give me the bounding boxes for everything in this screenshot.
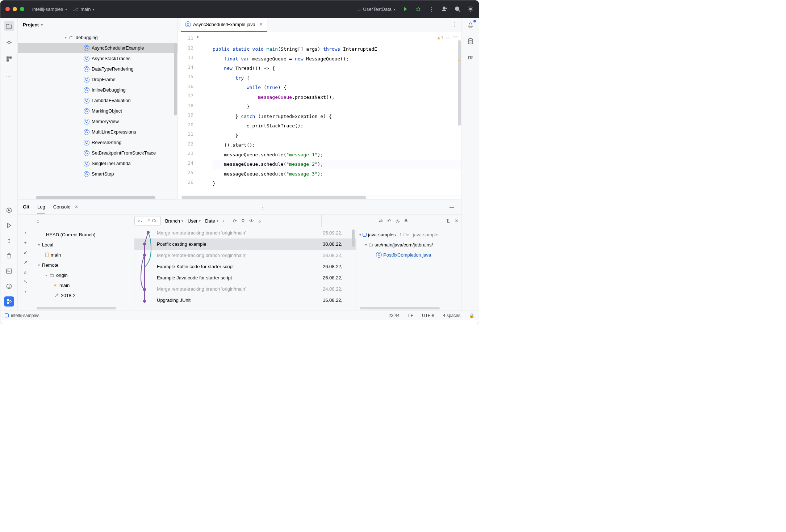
commit-row[interactable]: Example Kotlin code for starter script26…: [134, 261, 356, 272]
branch-item[interactable]: ★main: [33, 280, 134, 290]
close-window-button[interactable]: [5, 7, 10, 11]
regex-toggle[interactable]: .*: [147, 218, 150, 223]
nav-back-button[interactable]: ‹: [25, 230, 26, 236]
tree-file[interactable]: CAsyncStackTraces: [18, 53, 177, 64]
date-filter[interactable]: Date▾: [205, 218, 218, 224]
services-tool-button[interactable]: [4, 205, 14, 215]
branch-list[interactable]: HEAD (Current Branch) ▾Local main ▾Remot…: [33, 227, 134, 310]
find-button[interactable]: ⌕: [258, 218, 261, 224]
commit-row[interactable]: Upgrading JUnit16.08.22,: [134, 295, 356, 306]
head-branch-row[interactable]: HEAD (Current Branch): [33, 229, 134, 240]
run-button[interactable]: [402, 6, 409, 12]
minimize-panel-button[interactable]: —: [447, 204, 456, 210]
scrollbar-horizontal[interactable]: [33, 307, 134, 310]
remote-branches-group[interactable]: ▾Remote: [33, 260, 134, 270]
go-to-hash-button[interactable]: ⇄: [379, 218, 383, 224]
new-branch-button[interactable]: +: [24, 240, 27, 245]
delete-button[interactable]: [4, 251, 14, 261]
local-branches-group[interactable]: ▾Local: [33, 240, 134, 250]
gutter[interactable]: ▶ 11121314151617181920212223242526: [178, 32, 200, 195]
search-everywhere-button[interactable]: [454, 6, 461, 12]
user-filter[interactable]: User▾: [188, 218, 201, 224]
warning-stripe-mark[interactable]: [458, 60, 460, 61]
show-diff-button[interactable]: 👁: [404, 218, 409, 224]
branch-filter[interactable]: Branch▾: [165, 218, 183, 224]
undo-button[interactable]: ↶: [387, 218, 391, 224]
cherry-pick-button[interactable]: ⚲: [241, 218, 245, 224]
tree-file[interactable]: CSetBreakpointFromStackTrace: [18, 148, 177, 158]
minimize-window-button[interactable]: [13, 7, 17, 11]
tree-file[interactable]: CLambdaEvaluation: [18, 95, 177, 106]
inspection-widget[interactable]: ▲1 ︿ ﹀: [438, 34, 458, 41]
build-tool-button[interactable]: [4, 236, 14, 246]
status-project-name[interactable]: intellij-samples: [11, 313, 39, 318]
scrollbar-vertical[interactable]: [458, 40, 461, 126]
close-tab-icon[interactable]: ✕: [75, 204, 78, 210]
commit-row[interactable]: Example Java code for starter script26.0…: [134, 272, 356, 283]
run-tool-button[interactable]: [4, 220, 14, 231]
tree-file[interactable]: CMarkingObject: [18, 106, 177, 116]
match-case-toggle[interactable]: Cc: [152, 218, 158, 223]
tree-file[interactable]: CSmartStep: [18, 169, 177, 179]
search-branch-button[interactable]: ⌕: [24, 269, 27, 275]
nav-forward-button[interactable]: ›: [25, 289, 26, 294]
panel-options-button[interactable]: ⋮: [258, 204, 267, 210]
changed-file-item[interactable]: C PostfixCompletion.java: [356, 250, 461, 260]
more-filters-button[interactable]: ›: [223, 218, 224, 224]
tree-file[interactable]: CMemoryView: [18, 116, 177, 127]
tree-file[interactable]: CReverseString: [18, 137, 177, 148]
debug-button[interactable]: [415, 6, 422, 12]
file-tree-path[interactable]: ▾ 🗀 src/main/java/com/jetbrains/: [356, 240, 461, 250]
settings-button[interactable]: [467, 6, 474, 12]
origin-group[interactable]: ▾🗀origin: [33, 270, 134, 280]
run-line-icon[interactable]: ▶: [197, 34, 199, 39]
maximize-window-button[interactable]: [20, 7, 24, 11]
tree-file[interactable]: CInlineDebugging: [18, 85, 177, 95]
update-button[interactable]: ↙: [24, 250, 28, 255]
status-position[interactable]: 23:44: [389, 313, 400, 318]
tree-file[interactable]: CDataTypeRendering: [18, 64, 177, 74]
push-button[interactable]: ↗: [24, 259, 28, 265]
terminal-tool-button[interactable]: [4, 266, 14, 276]
code-area[interactable]: public static void main(String[] args) t…: [200, 32, 461, 195]
log-filter-input[interactable]: ⌕▾ .* Cc: [134, 216, 161, 225]
close-diff-button[interactable]: ✕: [455, 218, 459, 224]
project-tool-button[interactable]: [4, 21, 14, 31]
scrollbar-horizontal[interactable]: [18, 196, 177, 199]
tree-file[interactable]: CDropFrame: [18, 74, 177, 85]
tree-file[interactable]: CAsyncSchedulerExample: [18, 43, 177, 53]
prev-highlight-button[interactable]: ︿: [446, 34, 451, 41]
scrollbar-vertical[interactable]: [174, 43, 177, 115]
project-selector[interactable]: intellij-samples ▾: [32, 7, 67, 12]
tab-log[interactable]: Log: [37, 200, 45, 214]
compare-button[interactable]: ⤡: [24, 279, 28, 284]
log-search-input[interactable]: [39, 218, 131, 224]
structure-tool-button[interactable]: [4, 54, 14, 64]
tab-console[interactable]: Console: [53, 200, 71, 214]
branch-item[interactable]: ⎇2018-2: [33, 290, 134, 300]
project-tree[interactable]: ▾ 🗀 debugging CAsyncSchedulerExampleCAsy…: [18, 32, 177, 196]
expand-collapse-button[interactable]: ⇅: [446, 218, 450, 224]
commit-row[interactable]: Merge remote-tracking branch 'origin/mai…: [134, 283, 356, 295]
tree-folder[interactable]: ▾ 🗀 debugging: [18, 32, 177, 43]
refresh-button[interactable]: ⟳: [233, 218, 237, 224]
status-encoding[interactable]: UTF-8: [422, 313, 434, 318]
database-tool-button[interactable]: [466, 37, 475, 46]
editor-tab[interactable]: C AsyncSchedulerExample.java ✕: [181, 18, 267, 32]
next-highlight-button[interactable]: ﹀: [453, 34, 458, 41]
branch-item[interactable]: main: [33, 250, 134, 260]
scrollbar-horizontal[interactable]: [356, 307, 461, 310]
notifications-button[interactable]: [466, 21, 475, 30]
scrollbar-vertical[interactable]: [352, 229, 355, 247]
tab-git[interactable]: Git: [23, 200, 29, 214]
code-editor[interactable]: ▶ 11121314151617181920212223242526 publi…: [178, 32, 461, 195]
status-indent[interactable]: 4 spaces: [443, 313, 460, 318]
commit-list[interactable]: Merge remote-tracking branch 'origin/mai…: [134, 227, 356, 310]
tree-file[interactable]: CMultiLineExpressions: [18, 127, 177, 137]
vcs-branch-selector[interactable]: ⎇ main ▾: [73, 7, 95, 12]
scrollbar-horizontal[interactable]: [178, 195, 461, 199]
commit-tool-button[interactable]: [4, 37, 14, 47]
preview-button[interactable]: 👁: [249, 218, 254, 224]
file-tree-root[interactable]: ▾ java-samples 1 file java-sample: [356, 229, 461, 240]
tab-menu-button[interactable]: ⋮: [447, 21, 461, 28]
